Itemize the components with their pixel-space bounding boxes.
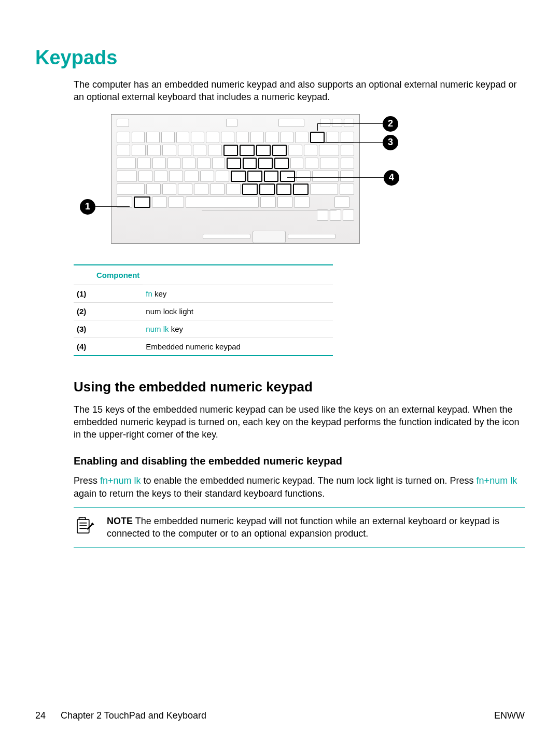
section-heading-using: Using the embedded numeric keypad [74, 379, 525, 395]
page-number: 24 [35, 710, 46, 721]
callout-badge-3: 3 [383, 135, 398, 150]
table-row: (2) num lock light [74, 302, 333, 320]
fn-key-highlight [134, 196, 150, 208]
callout-badge-1: 1 [80, 199, 95, 215]
numlk-key-highlight [310, 132, 325, 143]
intro-paragraph: The computer has an embedded numeric key… [74, 78, 525, 104]
page-footer: 24 Chapter 2 TouchPad and Keyboard ENWW [35, 710, 525, 721]
component-header: Component [74, 265, 143, 285]
callout-badge-4: 4 [384, 170, 399, 186]
table-row: (3) num lk key [74, 320, 333, 338]
section-heading-enabling: Enabling and disabling the embedded nume… [74, 455, 525, 467]
note-icon [74, 515, 97, 540]
footer-right: ENWW [494, 710, 525, 721]
note-box: NOTE The embedded numeric keypad will no… [74, 507, 525, 548]
component-table: Component (1) fn key (2) num lock light … [74, 264, 333, 356]
touchpad-area [202, 210, 337, 240]
keyboard-diagram: 1 2 3 4 [74, 114, 525, 253]
chapter-label: Chapter 2 TouchPad and Keyboard [61, 710, 206, 721]
table-row: (4) Embedded numeric keypad [74, 338, 333, 356]
enable-paragraph: Press fn+num lk to enable the embedded n… [74, 474, 525, 500]
page-title: Keypads [35, 47, 525, 69]
keyboard-outline [111, 114, 360, 244]
table-row: (1) fn key [74, 285, 333, 302]
note-text: NOTE The embedded numeric keypad will no… [107, 515, 522, 540]
callout-badge-2: 2 [383, 116, 398, 132]
section-paragraph: The 15 keys of the embedded numeric keyp… [74, 403, 525, 441]
